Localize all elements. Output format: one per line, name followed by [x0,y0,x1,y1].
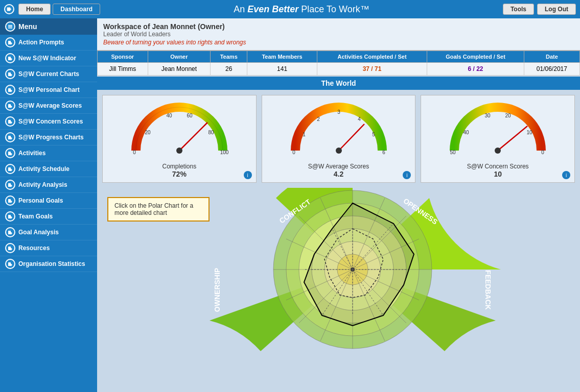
sidebar-item-team-goals[interactable]: Team Goals [0,209,97,225]
sidebar-item-organisation-statistics[interactable]: Organisation Statistics [0,256,97,272]
gauge-completions-title: Completions [162,163,196,170]
sidebar-item-icon-sw-current-charts [5,69,15,79]
svg-rect-23 [8,183,11,187]
menu-icon [5,21,15,32]
home-button[interactable]: Home [18,4,51,15]
svg-marker-18 [11,137,12,140]
svg-rect-5 [8,41,11,44]
sidebar-label-new-sw-indicator: New S@W Indicator [18,55,76,62]
svg-rect-0 [7,7,10,11]
svg-text:6: 6 [382,150,385,155]
svg-marker-34 [11,263,12,266]
sidebar-item-icon-new-sw-indicator [5,53,15,63]
sidebar-label-sw-average-scores: S@W Average Scores [18,102,82,109]
sidebar-item-sw-current-charts[interactable]: S@W Current Charts [0,66,97,82]
svg-rect-27 [8,215,11,218]
svg-marker-12 [11,89,12,92]
svg-rect-2 [8,25,12,26]
svg-text:OWNERSHIP: OWNERSHIP [213,268,221,312]
sidebar-label-resources: Resources [18,244,50,252]
gauge-completions[interactable]: 0 20 40 60 80 100 Completions 72% i [102,95,257,183]
svg-rect-4 [8,28,12,29]
svg-text:0: 0 [292,150,295,155]
sidebar-item-icon-goal-analysis [5,227,15,237]
logout-button[interactable]: Log Out [537,4,576,15]
sidebar-item-icon-organisation-statistics [5,259,15,269]
svg-marker-32 [11,248,12,251]
sidebar-label-sw-current-charts: S@W Current Charts [18,70,79,78]
svg-text:30: 30 [485,113,491,118]
sidebar-item-sw-progress-charts[interactable]: S@W Progress Charts [0,130,97,145]
tooltip-box: Click on the Polar Chart for a more deta… [107,197,210,222]
sidebar-item-icon-activities [5,148,15,158]
svg-text:4: 4 [358,116,361,122]
sidebar-label-personal-goals: Personal Goals [18,197,63,204]
svg-text:50: 50 [450,150,456,155]
sidebar-label-team-goals: Team Goals [18,213,53,220]
col-goals: Goals Completed / Set [427,51,524,63]
svg-line-50 [339,124,364,151]
svg-rect-9 [8,72,11,76]
sidebar-label-sw-personal-chart: S@W Personal Chart [18,86,80,93]
sidebar-item-activity-schedule[interactable]: Activity Schedule [0,161,97,177]
svg-text:0: 0 [133,150,136,155]
svg-rect-3 [8,27,12,28]
tools-button[interactable]: Tools [503,4,534,15]
title-suffix: Place To Work™ [298,4,369,14]
sidebar-item-sw-average-scores[interactable]: S@W Average Scores [0,98,97,114]
sidebar-label-activities: Activities [18,150,45,157]
sidebar-label-activity-analysis: Activity Analysis [18,181,67,188]
title-prefix: An [234,4,247,14]
svg-marker-26 [11,200,12,203]
workspace-warning: Beware of turning your values into right… [103,39,574,46]
sidebar-item-personal-goals[interactable]: Personal Goals [0,193,97,209]
gauge-sw-average[interactable]: 0 1 2 3 4 5 6 S@W Average Scores 4.2 i [262,95,416,183]
title-emphasis: Even Better [247,4,298,14]
workspace-subtitle: Leader of World Leaders [103,31,574,38]
svg-text:10: 10 [527,130,533,135]
sidebar-item-sw-personal-chart[interactable]: S@W Personal Chart [0,82,97,98]
svg-text:100: 100 [220,150,228,155]
svg-marker-8 [11,58,12,61]
polar-chart-svg[interactable]: CONFLICT OPENNESS FEEDBACK OWNERSHIP [194,188,511,351]
svg-rect-17 [8,136,11,139]
sw-concern-info-icon[interactable]: i [562,171,570,179]
sidebar-item-resources[interactable]: Resources [0,240,97,256]
sidebar-item-activities[interactable]: Activities [0,145,97,161]
col-activities: Activities Completed / Set [317,51,427,63]
gauge-sw-concern[interactable]: 50 40 30 20 10 0 S@W Concern Scores 10 i [421,95,575,183]
app-header: Home Dashboard An Even Better Place To W… [0,0,580,18]
dashboard-button[interactable]: Dashboard [53,4,100,15]
svg-text:80: 80 [208,130,214,135]
svg-rect-11 [8,88,11,92]
col-date: Date [524,51,579,63]
cell-owner: Jean Monnet [148,63,210,76]
sidebar-item-goal-analysis[interactable]: Goal Analysis [0,225,97,240]
sidebar-title: Menu [0,18,97,35]
svg-text:5: 5 [372,132,375,137]
svg-point-51 [336,148,342,154]
app-title: An Even Better Place To Work™ [100,4,503,15]
sidebar-item-action-prompts[interactable]: Action Prompts [0,35,97,51]
sidebar-item-icon-action-prompts [5,37,15,47]
completions-info-icon[interactable]: i [244,171,252,179]
svg-rect-29 [8,231,11,234]
sidebar-item-icon-activity-analysis [5,180,15,190]
cell-teams: 26 [211,63,247,76]
sidebar-item-new-sw-indicator[interactable]: New S@W Indicator [0,51,97,66]
svg-text:1: 1 [303,132,306,137]
workspace-title: Workspace of Jean Monnet (Owner) [103,22,574,31]
sw-average-info-icon[interactable]: i [403,171,411,179]
gauge-completions-svg: 0 20 40 60 80 100 [128,100,230,161]
sidebar-item-icon-team-goals [5,211,15,222]
svg-marker-16 [11,121,12,124]
gauge-sw-average-svg: 0 1 2 3 4 5 6 [288,100,390,161]
cell-sponsor: Jill Timms [98,63,148,76]
content-area: Workspace of Jean Monnet (Owner) Leader … [97,18,580,392]
sidebar-item-activity-analysis[interactable]: Activity Analysis [0,177,97,193]
sidebar-label-activity-schedule: Activity Schedule [18,165,69,173]
gauge-sw-concern-title: S@W Concern Scores [467,163,529,170]
sidebar-item-sw-concern-scores[interactable]: S@W Concern Scores [0,114,97,130]
sidebar-item-icon-resources [5,243,15,253]
gauge-sw-concern-value: 10 [494,170,502,178]
